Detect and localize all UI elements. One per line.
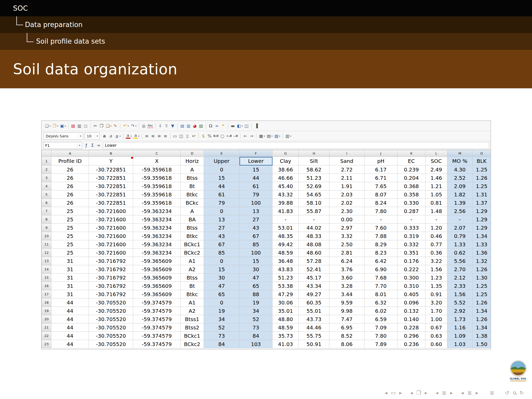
cell-E15[interactable]: 30 <box>204 274 240 282</box>
cell-M14[interactable]: 2.70 <box>447 265 473 274</box>
cell-O10[interactable]: 1.34 <box>473 232 491 240</box>
cell-G1[interactable]: Clay <box>272 157 299 165</box>
merge-center-icon[interactable]: ◫ <box>178 132 184 140</box>
wrap-text-icon[interactable]: ↩ <box>191 132 197 140</box>
cell-H18[interactable]: 60.35 <box>299 298 329 307</box>
cell-F4[interactable]: 61 <box>240 182 272 190</box>
cell-I1[interactable]: Sand <box>329 157 364 165</box>
cell-L20[interactable]: 1.00 <box>425 315 447 323</box>
cell-H22[interactable]: 55.75 <box>299 332 329 340</box>
cell-F11[interactable]: 85 <box>240 240 272 249</box>
cell-B20[interactable]: -30.705520 <box>89 315 133 323</box>
cell-O5[interactable]: 1.31 <box>473 190 491 199</box>
cell-J20[interactable]: 6.59 <box>364 315 397 323</box>
clone-formatting-icon[interactable]: ✎ <box>112 122 118 130</box>
cell-H2[interactable]: 58.62 <box>299 165 329 174</box>
cell-L12[interactable]: 0.36 <box>425 249 447 257</box>
cell-M18[interactable]: 5.52 <box>447 298 473 307</box>
cell-C20[interactable]: -59.374579 <box>133 315 181 323</box>
format-currency-icon[interactable]: $ <box>200 132 207 140</box>
cell-G3[interactable]: 46.66 <box>272 174 299 182</box>
cell-A11[interactable]: 25 <box>51 240 89 249</box>
cell-I4[interactable]: 1.91 <box>329 182 364 190</box>
cell-M16[interactable]: 2.33 <box>447 282 473 290</box>
cell-B22[interactable]: -30.705520 <box>89 332 133 340</box>
cell-E9[interactable]: 27 <box>204 224 240 232</box>
bold-icon[interactable]: a <box>101 132 108 140</box>
cell-F23[interactable]: 103 <box>240 340 272 348</box>
cell-I12[interactable]: 2.81 <box>329 249 364 257</box>
cell-I11[interactable]: 2.50 <box>329 240 364 249</box>
cell-I21[interactable]: 6.95 <box>329 323 364 332</box>
cell-M10[interactable]: 0.79 <box>447 232 473 240</box>
print-icon[interactable]: ▥ <box>76 122 83 130</box>
cell-A23[interactable]: 44 <box>51 340 89 348</box>
cell-M13[interactable]: 5.56 <box>447 257 473 265</box>
cell-L18[interactable]: 3.20 <box>425 298 447 307</box>
cell-C16[interactable]: -59.365609 <box>133 282 181 290</box>
cell-B4[interactable]: -30.722851 <box>89 182 133 190</box>
chart-icon[interactable]: ◕ <box>192 122 198 130</box>
search-icon[interactable] <box>511 390 517 396</box>
cell-E23[interactable]: 84 <box>204 340 240 348</box>
cell-B5[interactable]: -30.722851 <box>89 190 133 199</box>
cell-F22[interactable]: 84 <box>240 332 272 340</box>
col-header-M[interactable]: M <box>447 150 473 157</box>
cell-A17[interactable]: 31 <box>51 290 89 298</box>
row-header-1[interactable]: 1 <box>42 157 51 165</box>
cell-E19[interactable]: 19 <box>204 307 240 315</box>
slide-back-icon[interactable]: ◂ <box>383 390 389 396</box>
cell-J5[interactable]: 8.07 <box>364 190 397 199</box>
cell-E10[interactable]: 43 <box>204 232 240 240</box>
cell-E5[interactable]: 61 <box>204 190 240 199</box>
cell-K15[interactable]: 0.300 <box>397 274 425 282</box>
indent-decrease-icon[interactable]: ← <box>242 132 248 140</box>
cell-D13[interactable]: A1 <box>181 257 204 265</box>
cell-G12[interactable]: 48.59 <box>272 249 299 257</box>
col-header-L[interactable]: L <box>425 150 447 157</box>
cell-H23[interactable]: 50.91 <box>299 340 329 348</box>
cell-E16[interactable]: 47 <box>204 282 240 290</box>
cell-H3[interactable]: 51.23 <box>299 174 329 182</box>
cell-D23[interactable]: BCkc2 <box>181 340 204 348</box>
subsection-forward-icon[interactable]: ▸ <box>448 390 455 396</box>
cell-M5[interactable]: 1.82 <box>447 190 473 199</box>
cell-I20[interactable]: 7.47 <box>329 315 364 323</box>
cell-G22[interactable]: 35.73 <box>272 332 299 340</box>
dropdown-arrow-icon[interactable]: ▾ <box>279 135 280 137</box>
cell-B7[interactable]: -30.721600 <box>89 207 133 215</box>
row-header-14[interactable]: 14 <box>42 265 51 274</box>
borders-icon[interactable]: ▦▾ <box>258 132 266 140</box>
formula-input[interactable]: Lower <box>103 142 489 149</box>
cell-D14[interactable]: A2 <box>181 265 204 274</box>
cell-K20[interactable]: 0.140 <box>397 315 425 323</box>
cell-L4[interactable]: 1.21 <box>425 182 447 190</box>
cell-D15[interactable]: Btss <box>181 274 204 282</box>
dropdown-arrow-icon[interactable]: ▾ <box>264 135 265 137</box>
dropdown-arrow-icon[interactable]: ▾ <box>119 135 121 137</box>
cell-L3[interactable]: 1.46 <box>425 174 447 182</box>
cell-L17[interactable]: 0.91 <box>425 290 447 298</box>
cell-C11[interactable]: -59.363234 <box>133 240 181 249</box>
chevron-down-icon[interactable]: ▾ <box>77 144 82 147</box>
cell-O21[interactable]: 1.34 <box>473 323 491 332</box>
chevron-down-icon[interactable]: ▾ <box>95 135 99 137</box>
font-size-combo[interactable]: 10 ▾ <box>85 132 100 139</box>
cell-D20[interactable]: Btss1 <box>181 315 204 323</box>
cell-J10[interactable]: 7.88 <box>364 232 397 240</box>
insert-row-icon[interactable]: ▤ <box>179 122 185 130</box>
row-header-8[interactable]: 8 <box>42 215 51 224</box>
frame-forward-icon[interactable]: ▸ <box>423 390 429 396</box>
sidebar-icon[interactable]: ▐ <box>253 122 259 130</box>
cell-H13[interactable]: 57.28 <box>299 257 329 265</box>
cell-K6[interactable]: 0.330 <box>397 199 425 207</box>
cell-D22[interactable]: BCkc1 <box>181 332 204 340</box>
cell-O17[interactable]: 1.25 <box>473 290 491 298</box>
cell-J9[interactable]: 7.60 <box>364 224 397 232</box>
cell-F18[interactable]: 19 <box>240 298 272 307</box>
cell-B1[interactable]: Y <box>89 157 133 165</box>
cell-L1[interactable]: SOC <box>425 157 447 165</box>
comment-icon[interactable]: ❝ <box>220 122 226 130</box>
cell-K21[interactable]: 0.228 <box>397 323 425 332</box>
cell-B16[interactable]: -30.716792 <box>89 282 133 290</box>
